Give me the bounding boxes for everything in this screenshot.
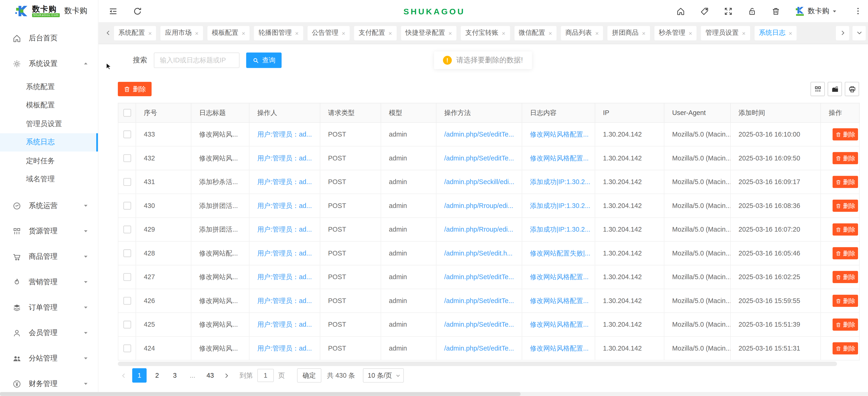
row-delete-button[interactable]: 删除 — [833, 247, 858, 259]
close-icon[interactable]: × — [689, 30, 692, 36]
content-link[interactable]: 添加成功|IP:1.30.2... — [530, 225, 590, 233]
tab-系统日志[interactable]: 系统日志× — [754, 26, 797, 40]
row-checkbox[interactable] — [123, 273, 131, 281]
content-link[interactable]: 添加成功|IP:1.30.2... — [530, 178, 590, 186]
page-next-icon[interactable] — [221, 368, 232, 383]
row-checkbox[interactable] — [123, 131, 131, 138]
operator-link[interactable]: 用户:管理员：ad... — [257, 249, 312, 257]
operator-link[interactable]: 用户:管理员：ad... — [257, 178, 312, 186]
page-number-3[interactable]: 3 — [168, 368, 182, 383]
method-link[interactable]: /admin.php/Rroup/edi... — [444, 226, 513, 233]
operator-link[interactable]: 用户:管理员：ad... — [257, 321, 312, 328]
tab-支付宝转账[interactable]: 支付宝转账× — [461, 26, 510, 40]
goto-confirm-button[interactable]: 确定 — [297, 368, 321, 383]
tab-轮播图管理[interactable]: 轮播图管理× — [254, 26, 303, 40]
tag-icon[interactable] — [700, 6, 709, 16]
home-icon[interactable] — [676, 6, 685, 16]
operator-link[interactable]: 用户:管理员：ad... — [257, 225, 312, 233]
close-icon[interactable]: × — [595, 30, 599, 36]
tab-微信配置[interactable]: 微信配置× — [514, 26, 556, 40]
tab-拼团商品[interactable]: 拼团商品× — [608, 26, 650, 40]
tabs-scroll-right-icon[interactable] — [836, 26, 849, 40]
sidebar-subitem-系统日志[interactable]: 系统日志 — [0, 133, 98, 152]
method-link[interactable]: /admin.php/Set/edit.h... — [444, 250, 513, 257]
close-icon[interactable]: × — [502, 30, 505, 36]
sidebar-subitem-模板配置[interactable]: 模板配置 — [0, 96, 98, 114]
sidebar-item-goods-management[interactable]: 商品管理 — [0, 244, 98, 269]
sidebar-subitem-系统配置[interactable]: 系统配置 — [0, 77, 98, 96]
user-menu[interactable]: 数卡购 — [795, 6, 837, 16]
content-link[interactable]: 修改网站风格配置... — [530, 273, 589, 280]
close-icon[interactable]: × — [242, 30, 245, 36]
sidebar-item-marketing-management[interactable]: 营销管理 — [0, 269, 98, 295]
table-horizontal-scrollbar[interactable] — [118, 362, 859, 366]
page-number-2[interactable]: 2 — [150, 368, 164, 383]
method-link[interactable]: /admin.php/Set/editTe... — [444, 297, 514, 305]
row-checkbox[interactable] — [123, 345, 131, 353]
sidebar-item-supply-management[interactable]: 货源管理 — [0, 219, 98, 244]
tab-支付配置[interactable]: 支付配置× — [354, 26, 396, 40]
refresh-icon[interactable] — [133, 6, 142, 16]
operator-link[interactable]: 用户:管理员：ad... — [257, 273, 312, 280]
close-icon[interactable]: × — [789, 30, 792, 36]
close-icon[interactable]: × — [195, 30, 198, 36]
row-checkbox[interactable] — [123, 321, 131, 329]
sidebar-item-system-operation[interactable]: 系统运营 — [0, 193, 98, 219]
page-number-1[interactable]: 1 — [132, 368, 147, 383]
trash-icon[interactable] — [771, 6, 781, 16]
close-icon[interactable]: × — [342, 30, 345, 36]
row-delete-button[interactable]: 删除 — [833, 200, 858, 212]
close-icon[interactable]: × — [295, 30, 299, 36]
content-link[interactable]: 修改网站风格配置... — [530, 344, 589, 352]
page-number-43[interactable]: 43 — [203, 368, 217, 383]
sidebar-item-dashboard[interactable]: 后台首页 — [0, 26, 98, 51]
per-page-select[interactable]: 10 条/页 — [363, 368, 404, 383]
more-vertical-icon[interactable] — [854, 7, 862, 15]
select-all-checkbox[interactable] — [123, 109, 131, 117]
search-input[interactable] — [154, 53, 240, 68]
content-link[interactable]: 修改网站风格配置... — [530, 154, 589, 162]
method-link[interactable]: /admin.php/Set/editTe... — [444, 131, 514, 138]
row-delete-button[interactable]: 删除 — [833, 271, 858, 283]
sidebar-subitem-定时任务[interactable]: 定时任务 — [0, 152, 98, 170]
content-link[interactable]: 修改网站风格配置... — [530, 321, 589, 328]
sidebar-item-order-management[interactable]: 订单管理 — [0, 295, 98, 320]
row-delete-button[interactable]: 删除 — [833, 319, 858, 331]
method-link[interactable]: /admin.php/Set/editTe... — [444, 344, 514, 352]
content-link[interactable]: 添加成功|IP:1.30.2... — [530, 201, 590, 209]
tab-管理员设置[interactable]: 管理员设置× — [701, 26, 750, 40]
logo[interactable]: 数卡购 ShuKaGou.Com 数卡购 — [0, 0, 98, 22]
tab-秒杀管理[interactable]: 秒杀管理× — [654, 26, 696, 40]
row-delete-button[interactable]: 删除 — [833, 295, 858, 307]
close-icon[interactable]: × — [549, 30, 552, 36]
row-checkbox[interactable] — [123, 155, 131, 162]
close-icon[interactable]: × — [742, 30, 746, 36]
row-delete-button[interactable]: 删除 — [833, 128, 858, 140]
row-delete-button[interactable]: 删除 — [833, 176, 858, 188]
close-icon[interactable]: × — [642, 30, 645, 36]
method-link[interactable]: /admin.php/Set/editTe... — [444, 154, 514, 162]
method-link[interactable]: /admin.php/Set/editTe... — [444, 321, 514, 328]
fullscreen-icon[interactable] — [723, 6, 733, 16]
columns-button[interactable] — [810, 82, 825, 96]
row-delete-button[interactable]: 删除 — [833, 223, 858, 235]
operator-link[interactable]: 用户:管理员：ad... — [257, 130, 312, 138]
row-checkbox[interactable] — [123, 250, 131, 257]
content-link[interactable]: 修改网站配置失败|... — [530, 249, 590, 257]
close-icon[interactable]: × — [148, 30, 152, 36]
unlock-icon[interactable] — [747, 6, 757, 16]
sidebar-subitem-管理员设置[interactable]: 管理员设置 — [0, 114, 98, 133]
operator-link[interactable]: 用户:管理员：ad... — [257, 344, 312, 352]
operator-link[interactable]: 用户:管理员：ad... — [257, 297, 312, 304]
row-checkbox[interactable] — [123, 226, 131, 233]
tab-应用市场[interactable]: 应用市场× — [161, 26, 203, 40]
sidebar-item-member-management[interactable]: 会员管理 — [0, 320, 98, 346]
method-link[interactable]: /admin.php/Rroup/edi... — [444, 202, 513, 209]
tab-商品列表[interactable]: 商品列表× — [561, 26, 603, 40]
page-horizontal-scrollbar[interactable] — [0, 392, 868, 396]
row-checkbox[interactable] — [123, 178, 131, 186]
tab-快捷登录配置[interactable]: 快捷登录配置× — [401, 26, 457, 40]
tab-公告管理[interactable]: 公告管理× — [307, 26, 349, 40]
tab-系统配置[interactable]: 系统配置× — [114, 26, 156, 40]
tabs-menu-icon[interactable] — [852, 26, 866, 40]
